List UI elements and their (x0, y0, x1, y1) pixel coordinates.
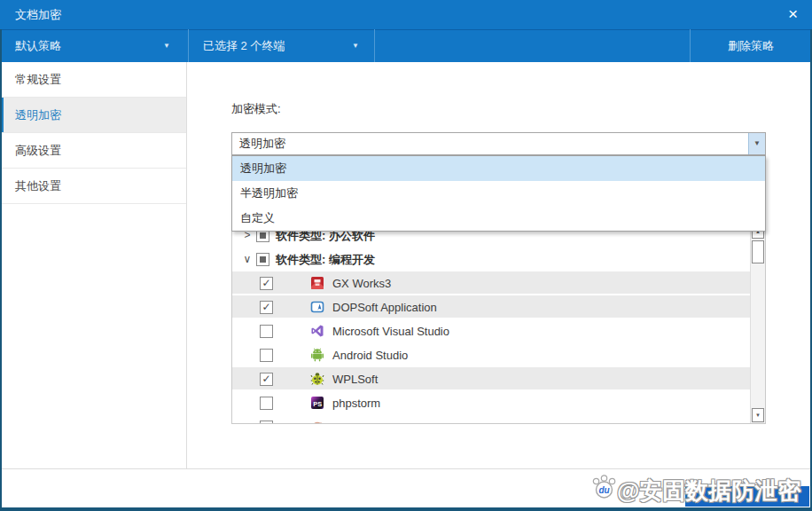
chevron-down-icon: ▼ (352, 29, 359, 62)
document-encryption-window: 文档加密 × 默认策略 ▼ 已选择 2 个终端 ▼ 删除策略 常规设置 透明加密… (0, 0, 812, 511)
gx-works3-icon (310, 276, 324, 290)
item-checkbox[interactable]: ✓ (260, 373, 273, 386)
baidu-paw-icon: du (591, 473, 617, 500)
chevron-down-icon: ▼ (749, 133, 765, 154)
software-label: WPLSoft (332, 367, 378, 391)
settings-sidebar: 常规设置 透明加密 高级设置 其他设置 (0, 62, 186, 468)
encryption-mode-select[interactable]: 透明加密 ▼ (231, 132, 766, 155)
software-row-android-studio[interactable]: Android Studio (232, 343, 765, 367)
sidebar-item-general-settings[interactable]: 常规设置 (0, 62, 186, 98)
window-title: 文档加密 (15, 0, 61, 29)
software-row-wplsoft[interactable]: ✓ WPLSoft (232, 367, 765, 391)
software-label: Android Studio (332, 343, 408, 367)
software-group-row-programming[interactable]: ∨ 软件类型: 编程开发 (232, 248, 765, 271)
dropdown-option-custom[interactable]: 自定义 (232, 206, 765, 231)
policy-dropdown-label: 默认策略 (15, 29, 61, 62)
group-checkbox[interactable] (256, 253, 269, 266)
dopsoft-icon (310, 300, 324, 314)
software-row-dopsoft[interactable]: ✓ DOPSoft Application (232, 295, 765, 319)
android-studio-icon (310, 348, 324, 362)
scroll-down-icon[interactable]: ▼ (752, 408, 764, 422)
encryption-mode-dropdown-list: 透明加密 半透明加密 自定义 (231, 155, 766, 232)
item-checkbox[interactable]: ✓ (260, 277, 273, 290)
software-label: Microsoft Visual Studio (332, 319, 449, 343)
software-row-phpstorm[interactable]: PS phpstorm (232, 391, 765, 415)
software-label: EditPlus (332, 415, 375, 424)
software-row-visual-studio[interactable]: Microsoft Visual Studio (232, 319, 765, 343)
toolbar: 默认策略 ▼ 已选择 2 个终端 ▼ 删除策略 (0, 29, 812, 62)
sidebar-item-other-settings[interactable]: 其他设置 (0, 169, 186, 204)
sidebar-item-advanced-settings[interactable]: 高级设置 (0, 133, 186, 169)
window-border-left (0, 29, 2, 511)
software-row-gx-works3[interactable]: ✓ GX Works3 (232, 271, 765, 295)
wplsoft-icon (310, 372, 324, 386)
delete-policy-button[interactable]: 删除策略 (690, 29, 812, 62)
encryption-mode-label: 加密模式: (231, 101, 281, 117)
chevron-down-icon: ▼ (163, 29, 170, 62)
item-checkbox[interactable] (260, 421, 273, 424)
software-label: phpstorm (332, 391, 380, 415)
sidebar-item-transparent-encryption[interactable]: 透明加密 (0, 98, 186, 133)
toolbar-divider (374, 29, 375, 62)
dropdown-option-transparent[interactable]: 透明加密 (232, 156, 765, 181)
visual-studio-icon (310, 324, 324, 338)
group-label: 软件类型: 编程开发 (276, 248, 375, 271)
scrollbar-thumb[interactable] (752, 240, 764, 263)
dropdown-option-semi-transparent[interactable]: 半透明加密 (232, 181, 765, 206)
item-checkbox[interactable] (260, 349, 273, 362)
software-label: DOPSoft Application (332, 295, 437, 319)
svg-text:du: du (598, 485, 609, 495)
software-label: GX Works3 (332, 271, 391, 295)
watermark-text: @安固数据防泄密 (617, 476, 800, 507)
item-checkbox[interactable] (260, 397, 273, 410)
window-border-bottom (0, 507, 812, 511)
svg-text:PS: PS (313, 400, 322, 408)
chevron-down-icon[interactable]: ∨ (241, 248, 254, 271)
terminal-dropdown-label: 已选择 2 个终端 (203, 29, 285, 62)
select-dropdown-button[interactable]: ▼ (748, 133, 765, 154)
item-checkbox[interactable]: ✓ (260, 301, 273, 314)
select-value: 透明加密 (239, 133, 285, 154)
software-row-editplus[interactable]: EditPlus (232, 415, 765, 424)
footer-divider (0, 468, 812, 469)
main-panel: 加密模式: 透明加密 ▼ 透明加密 半透明加密 自定义 > 软件类型: 办公软件… (187, 62, 812, 468)
terminal-dropdown[interactable]: 已选择 2 个终端 ▼ (189, 29, 374, 62)
phpstorm-icon: PS (310, 396, 324, 410)
list-scrollbar[interactable]: ▲ ▼ (750, 224, 765, 423)
editplus-icon (310, 420, 324, 424)
policy-dropdown[interactable]: 默认策略 ▼ (0, 29, 188, 62)
close-icon[interactable]: × (788, 3, 798, 26)
title-bar: 文档加密 × (0, 0, 812, 29)
software-list: > 软件类型: 办公软件 ∨ 软件类型: 编程开发 ✓ GX Works3 ✓ (231, 223, 766, 424)
item-checkbox[interactable] (260, 325, 273, 338)
